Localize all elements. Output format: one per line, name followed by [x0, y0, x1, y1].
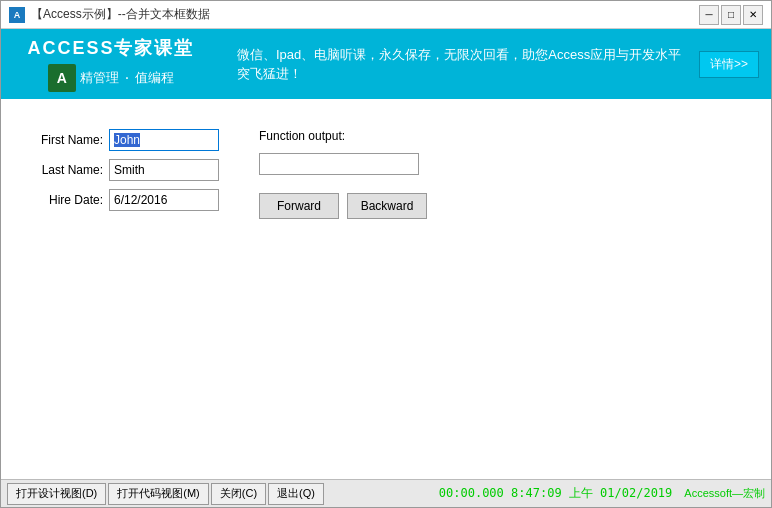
button-row: Forward Backward: [259, 193, 427, 219]
design-view-button[interactable]: 打开设计视图(D): [7, 483, 106, 505]
close-form-button[interactable]: 关闭(C): [211, 483, 266, 505]
form-left: First Name: Last Name: Hire Date:: [31, 129, 219, 211]
app-icon: A: [9, 7, 25, 23]
last-name-label: Last Name:: [31, 163, 103, 177]
code-view-button[interactable]: 打开代码视图(M): [108, 483, 209, 505]
main-window: A 【Access示例】--合并文本框数据 ─ □ ✕ ACCESS专家课堂 A…: [0, 0, 772, 508]
last-name-row: Last Name:: [31, 159, 219, 181]
logo-dot1: ·: [125, 69, 129, 87]
logo-sub-text2: 值编程: [135, 69, 174, 87]
hire-date-row: Hire Date:: [31, 189, 219, 211]
exit-button[interactable]: 退出(Q): [268, 483, 324, 505]
last-name-input[interactable]: [109, 159, 219, 181]
backward-button[interactable]: Backward: [347, 193, 427, 219]
title-bar: A 【Access示例】--合并文本框数据 ─ □ ✕: [1, 1, 771, 29]
app-icon-letter: A: [14, 10, 21, 20]
logo-subtitle: A 精管理 · 值编程: [48, 64, 174, 92]
logo-title: ACCESS专家课堂: [27, 36, 194, 60]
close-button[interactable]: ✕: [743, 5, 763, 25]
function-output-label: Function output:: [259, 129, 427, 143]
title-bar-left: A 【Access示例】--合并文本框数据: [9, 6, 210, 23]
forward-button[interactable]: Forward: [259, 193, 339, 219]
logo-sub-text1: 精管理: [80, 69, 119, 87]
header-ad-text: 微信、Ipad、电脑听课，永久保存，无限次回看，助您Access应用与开发水平突…: [221, 45, 699, 84]
status-bar: 打开设计视图(D) 打开代码视图(M) 关闭(C) 退出(Q) 00:00.00…: [1, 479, 771, 507]
status-brand: Accessoft—宏制: [684, 486, 765, 501]
minimize-button[interactable]: ─: [699, 5, 719, 25]
form-section: First Name: Last Name: Hire Date: Functi…: [31, 129, 741, 219]
hire-date-input[interactable]: [109, 189, 219, 211]
window-title: 【Access示例】--合并文本框数据: [31, 6, 210, 23]
status-left: 打开设计视图(D) 打开代码视图(M) 关闭(C) 退出(Q): [7, 483, 324, 505]
header-logo: ACCESS专家课堂 A 精管理 · 值编程: [1, 29, 221, 99]
hire-date-label: Hire Date:: [31, 193, 103, 207]
first-name-row: First Name:: [31, 129, 219, 151]
logo-icon-box: A: [48, 64, 76, 92]
header-banner: ACCESS专家课堂 A 精管理 · 值编程 微信、Ipad、电脑听课，永久保存…: [1, 29, 771, 99]
status-right: 00:00.000 8:47:09 上午 01/02/2019 Accessof…: [439, 485, 765, 502]
form-right: Function output: Forward Backward: [259, 129, 427, 219]
maximize-button[interactable]: □: [721, 5, 741, 25]
status-time: 00:00.000 8:47:09 上午 01/02/2019: [439, 485, 673, 502]
detail-button[interactable]: 详情>>: [699, 51, 759, 78]
first-name-input[interactable]: [109, 129, 219, 151]
function-output-input[interactable]: [259, 153, 419, 175]
first-name-label: First Name:: [31, 133, 103, 147]
logo-icon-letter: A: [57, 70, 67, 86]
title-bar-controls: ─ □ ✕: [699, 5, 763, 25]
window-body: First Name: Last Name: Hire Date: Functi…: [1, 99, 771, 507]
